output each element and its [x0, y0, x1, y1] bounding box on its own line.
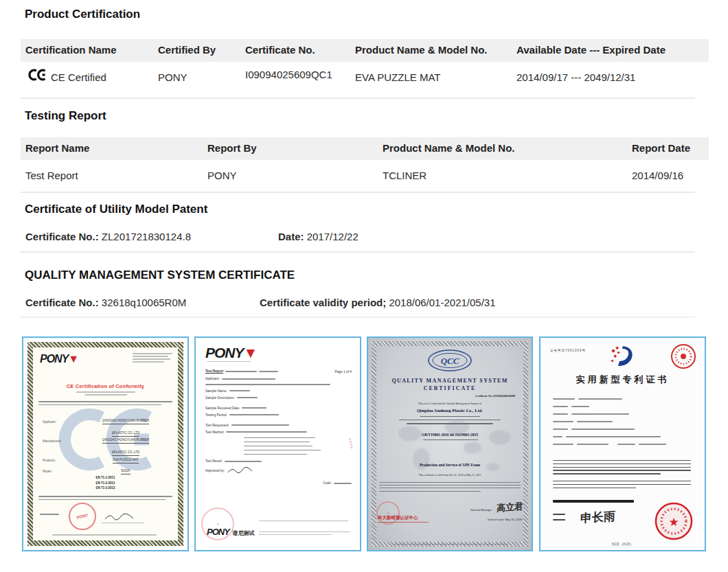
product-certification-page: Product Certification Certification Name… — [0, 0, 728, 572]
patent-title: 实用新型专利证书 — [541, 374, 705, 386]
col-certification-name: Certification Name — [25, 44, 117, 56]
field-label: Products: — [43, 459, 56, 462]
qms-detail-lines — [368, 416, 532, 424]
cert-row-product: EVA PUZZLE MAT — [355, 71, 440, 83]
patent-row — [553, 436, 688, 437]
svg-text:★: ★ — [668, 516, 679, 529]
text-line-placeholder — [222, 378, 275, 380]
ce-certificate-image[interactable]: PONY▼ CE Certification of Conformity App… — [22, 336, 189, 551]
text-line-placeholder — [553, 406, 568, 407]
method-sublines — [205, 437, 352, 455]
text-line-placeholder — [379, 485, 521, 485]
report-row: Sample Description: — [205, 396, 352, 400]
section-divider — [21, 251, 695, 253]
section-heading-product-certification: Product Certification — [25, 8, 140, 21]
pony-logo-text: PONY — [207, 527, 229, 537]
text-line-placeholder — [553, 514, 565, 515]
row-label: Test Method: — [205, 431, 224, 434]
qms-certificate-paper: QCC QUALITY MANAGEMENT SYSTEM CERTIFICAT… — [368, 338, 532, 550]
section-heading-testing-report: Testing Report — [25, 109, 106, 123]
ce-field-model: Model: — [43, 463, 52, 475]
qms-validity-value: 2018/06/01-2021/05/31 — [389, 297, 495, 308]
signer-title-lines — [553, 514, 565, 520]
patent-date-label: Date: — [278, 231, 304, 242]
report-row: Test Result: — [205, 459, 352, 463]
patent-row — [553, 428, 688, 430]
patent-row — [553, 444, 688, 445]
text-line-placeholder — [84, 394, 127, 396]
field-label: Manufacturer: — [43, 439, 62, 443]
qms-issuer-name: 科大新维塑认证中心 — [378, 515, 418, 521]
text-line-placeholder — [553, 460, 691, 461]
qms-cert-no-value: 32618q10065R0M — [102, 297, 186, 308]
text-line-placeholder — [38, 404, 161, 406]
ce-field-model-value: 8162K — [81, 462, 170, 474]
text-line-placeholder — [553, 413, 568, 415]
qms-validity: This certificate is valid from Jun. 01, … — [368, 474, 532, 477]
text-line-placeholder — [237, 397, 258, 398]
patent-row — [553, 413, 688, 415]
patent-row — [553, 398, 688, 400]
cert-row-dates: 2014/09/17 --- 2049/12/31 — [516, 71, 635, 83]
text-line-placeholder — [226, 431, 307, 433]
text-line-placeholder — [399, 420, 501, 420]
text-line-placeholder — [420, 416, 480, 417]
footer-cn-name: 谱尼测试 — [232, 530, 254, 536]
field-label: Applicant: — [43, 420, 56, 424]
text-line-placeholder — [379, 482, 521, 483]
patent-cert-no-value: ZL201721830124.8 — [102, 231, 191, 242]
text-line-placeholder — [133, 353, 172, 354]
patent-cert-no-line: Certificate No.: ZL201721830124.8 — [25, 231, 191, 242]
cert-row-by: PONY — [158, 71, 187, 83]
report-row: Testing Period: — [205, 413, 352, 417]
row-label: Sample Name: — [205, 389, 227, 393]
qcc-logo: QCC — [368, 349, 532, 375]
text-line-placeholder — [553, 481, 691, 481]
qms-gm-label: General Manager — [470, 508, 492, 512]
cert-row-name: CE Certified — [51, 71, 106, 83]
qms-cert-no: Certificate No.:32618Q10065R0M — [475, 394, 515, 398]
text-line-placeholder — [571, 428, 635, 430]
text-line-placeholder — [133, 356, 168, 357]
footer-line-placeholder — [52, 534, 157, 536]
report-row: Sample Name: — [205, 389, 352, 393]
text-line-placeholder — [38, 499, 166, 501]
stamp-text: PONY — [67, 501, 98, 531]
qms-fine-print — [379, 482, 521, 492]
standard-item: EN 71-1:2011 — [33, 475, 178, 481]
report-code-row: Code: — [205, 481, 352, 485]
text-line-placeholder — [379, 491, 481, 492]
pony-logo: PONY▼ — [40, 353, 78, 365]
text-line-placeholder — [553, 444, 573, 445]
text-line-placeholder — [76, 391, 135, 393]
redacted-bar — [553, 500, 634, 503]
report-row-approved: Approved by: — [205, 466, 352, 474]
qms-validity-line: Certificate validity period; 2018/06/01-… — [260, 297, 496, 308]
row-label: Sample Description: — [205, 396, 235, 400]
patent-certificate-image[interactable]: 证书号第7061009号 实用新型专利证书 — [539, 336, 706, 551]
patent-certificate-paper: 证书号第7061009号 实用新型专利证书 — [541, 338, 705, 550]
ce-certificate-paper: PONY▼ CE Certification of Conformity App… — [27, 342, 183, 546]
text-line-placeholder — [553, 436, 562, 437]
report-page: Page 1 of 4 — [334, 370, 352, 374]
qms-cert-no-label: Certificate No.: — [25, 297, 99, 308]
text-line-placeholder — [553, 421, 573, 422]
patent-row — [553, 406, 688, 407]
qms-scope: Production and Service of XPE Foam — [368, 463, 532, 467]
col-available-expired: Available Date --- Expired Date — [516, 44, 666, 56]
ce-paragraph-lines — [38, 401, 172, 405]
pony-logo-text: PONY — [205, 345, 244, 361]
row-label: Code: — [323, 481, 332, 485]
col-report-name: Report Name — [25, 142, 89, 154]
col-certified-by: Certified By — [158, 44, 216, 56]
ce-subtitle-lines — [33, 391, 178, 396]
patent-cert-no-label: Certificate No.: — [25, 231, 99, 242]
text-line-placeholder — [38, 496, 172, 497]
test-report-image[interactable]: PONY▼ Test Report Page 1 of 4 Applicant:… — [194, 336, 361, 551]
text-line-placeholder — [553, 464, 691, 464]
signature-scribble — [227, 466, 254, 474]
field-value: QINGDAO HONGYUAN RUBBER — [102, 419, 150, 424]
text-line-placeholder — [379, 488, 521, 488]
qms-certificate-image[interactable]: QCC QUALITY MANAGEMENT SYSTEM CERTIFICAT… — [367, 336, 533, 551]
standard-item: EN 71-2:2011 — [33, 481, 178, 486]
